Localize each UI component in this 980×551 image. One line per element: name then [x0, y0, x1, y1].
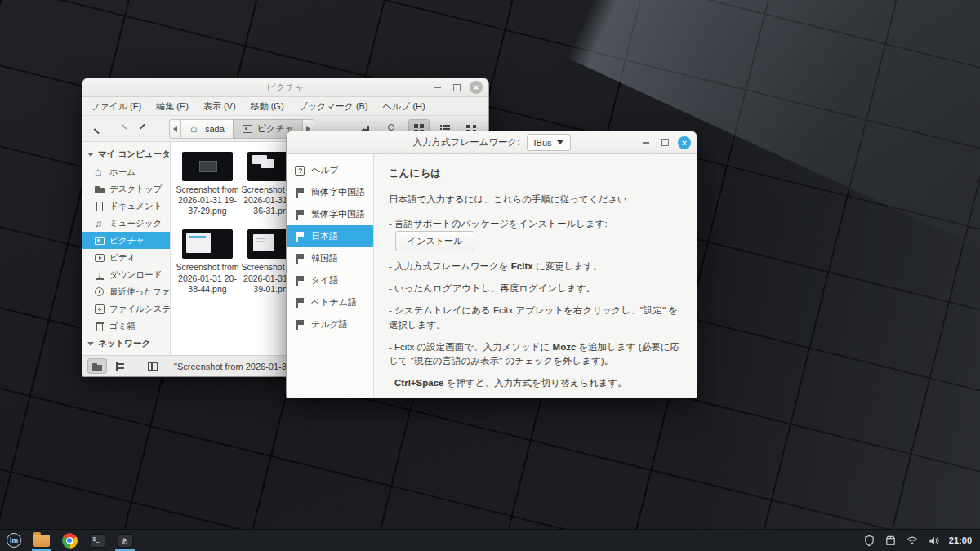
framework-value: IBus [534, 138, 552, 148]
fm-sidebar-item[interactable]: ドキュメント [82, 198, 170, 215]
instruction-step-1: - 入力方式フレームワークを Fcitx に変更します。 [389, 260, 682, 273]
input-method-button[interactable] [111, 530, 139, 551]
fm-menu-item-3[interactable]: 移動 (G) [251, 100, 284, 113]
fm-sidebar-item[interactable]: ホーム [82, 163, 170, 180]
fm-titlebar[interactable]: ピクチャ × [82, 78, 488, 97]
wifi-icon[interactable] [906, 535, 919, 547]
sidebar-item-label: 最近使ったファ… [109, 287, 170, 298]
fm-sidebar-section-header: マイ コンピューター [82, 145, 170, 163]
desktop: ピクチャ × ファイル (F)編集 (E)表示 (V)移動 (G)ブックマーク … [0, 0, 980, 551]
instruction-step-0: - 言語サポートのパッケージをインストールします: インストール [389, 217, 682, 251]
language-item[interactable]: 韓国語 [287, 247, 373, 269]
flag-icon [294, 297, 305, 309]
volume-icon[interactable] [928, 535, 940, 547]
sidebar-toggle-button[interactable] [143, 358, 163, 374]
sidebar-item-label: デスクトップ [109, 184, 162, 195]
maximize-button[interactable] [659, 137, 670, 149]
language-item[interactable]: ベトナム語 [287, 291, 373, 313]
triangle-left-icon [173, 126, 177, 132]
install-button[interactable]: インストール [395, 231, 474, 251]
language-label: タイ語 [311, 274, 339, 287]
chrome-icon [62, 533, 78, 549]
image-icon [242, 123, 253, 135]
fm-menu-item-4[interactable]: ブックマーク (B) [299, 100, 368, 113]
language-list: ヘルプ簡体字中国語繁体字中国語日本語韓国語タイ語ベトナム語テルグ語 [287, 154, 374, 398]
forward-button[interactable] [112, 119, 131, 139]
step-text: を押すと、入力方式を切り替えられます。 [443, 378, 626, 388]
fm-sidebar-item[interactable]: 最近使ったファ… [82, 283, 170, 300]
video-icon [94, 252, 105, 264]
minimize-button[interactable] [432, 82, 443, 93]
instruction-steps: - 言語サポートのパッケージをインストールします: インストール- 入力方式フレ… [389, 217, 682, 391]
clock-icon [94, 287, 105, 298]
forward-icon [117, 123, 127, 134]
chrome-button[interactable] [56, 530, 83, 551]
instruction-step-5: - Ctrl+Space を押すと、入力方式を切り替えられます。 [389, 376, 682, 390]
expander-icon[interactable] [87, 153, 94, 157]
language-item[interactable]: 簡体字中国語 [287, 181, 373, 203]
sidebar-item-label: ミュージック [109, 218, 162, 229]
folder-icon [94, 184, 105, 195]
flag-icon [294, 187, 305, 198]
clock[interactable]: 21:00 [949, 535, 972, 545]
close-button[interactable]: × [470, 81, 483, 94]
framework-dropdown[interactable]: IBus [527, 134, 571, 151]
flag-icon [294, 319, 305, 331]
mint-menu-button[interactable] [0, 530, 28, 551]
fm-menu-item-1[interactable]: 編集 (E) [156, 100, 189, 113]
input-method-icon [118, 534, 133, 548]
step-text: - [389, 378, 394, 388]
file-item[interactable]: Screenshot from 2026-01-31 19-37-29.png [176, 152, 239, 216]
fm-sidebar-item[interactable]: ピクチャ [82, 232, 170, 249]
language-item[interactable]: テルグ語 [287, 313, 373, 335]
fm-menu-item-2[interactable]: 表示 (V) [203, 100, 236, 113]
file-name: Screenshot from 2026-01-31 20-38-44.png [176, 262, 239, 294]
language-item[interactable]: ヘルプ [287, 159, 373, 181]
back-button[interactable] [89, 119, 109, 139]
language-item[interactable]: 繁体字中国語 [287, 203, 373, 225]
sidebar-toggle-icon [147, 361, 158, 372]
dialog-title: 入力方式フレームワーク: [412, 136, 519, 149]
breadcrumb-scroll-left[interactable] [169, 119, 181, 139]
dialog-titlebar[interactable]: 入力方式フレームワーク: IBus × [287, 131, 697, 154]
files-button[interactable] [28, 530, 56, 551]
fm-sidebar-item[interactable]: デスクトップ [82, 180, 170, 198]
fm-menu-item-5[interactable]: ヘルプ (H) [383, 100, 425, 113]
security-shield-icon[interactable] [863, 535, 875, 547]
fm-sidebar-item[interactable]: ダウンロード [82, 266, 170, 283]
image-icon [94, 235, 105, 247]
file-item[interactable]: Screenshot from 2026-01-31 20-38-44.png [176, 229, 239, 294]
fm-menubar: ファイル (F)編集 (E)表示 (V)移動 (G)ブックマーク (B)ヘルプ … [82, 97, 488, 116]
breadcrumb-item-0[interactable]: sada [180, 119, 234, 139]
step-text: - 言語サポートのパッケージをインストールします: [389, 219, 608, 229]
filesystem-icon [94, 304, 105, 315]
step-text: に変更します。 [533, 261, 603, 271]
language-label: 簡体字中国語 [311, 186, 365, 198]
places-toggle-button[interactable] [87, 358, 107, 374]
language-item[interactable]: タイ語 [287, 269, 373, 291]
expander-icon[interactable] [87, 342, 94, 346]
flag-icon [294, 209, 305, 220]
fm-sidebar-item[interactable]: ビデオ [82, 249, 170, 266]
up-button[interactable] [135, 119, 154, 139]
instruction-step-2: - いったんログアウトし、再度ログインします。 [389, 282, 682, 295]
maximize-button[interactable] [451, 82, 462, 93]
mint-menu-icon [7, 533, 21, 548]
breadcrumb-label: sada [205, 124, 225, 134]
terminal-button[interactable] [83, 530, 111, 551]
language-item[interactable]: 日本語 [287, 225, 373, 247]
close-button[interactable]: × [678, 136, 691, 149]
fm-sidebar: マイ コンピューターホームデスクトップドキュメントミュージックピクチャビデオダウ… [82, 142, 171, 355]
fm-sidebar-item[interactable]: ファイルシステム [82, 300, 170, 318]
taskbar: 21:00 [0, 529, 980, 551]
fm-menu-item-0[interactable]: ファイル (F) [91, 100, 141, 113]
flag-icon [294, 253, 305, 264]
instruction-step-3: - システムトレイにある Fcitx アプレットを右クリックし、"設定" を選択… [389, 304, 682, 332]
chevron-down-icon [557, 140, 564, 144]
fm-sidebar-item[interactable]: ゴミ箱 [82, 318, 170, 335]
language-label: テルグ語 [311, 318, 348, 331]
update-manager-icon[interactable] [884, 535, 897, 547]
fm-sidebar-item[interactable]: ミュージック [82, 215, 170, 232]
treeview-toggle-button[interactable] [110, 358, 130, 374]
minimize-button[interactable] [640, 137, 652, 149]
